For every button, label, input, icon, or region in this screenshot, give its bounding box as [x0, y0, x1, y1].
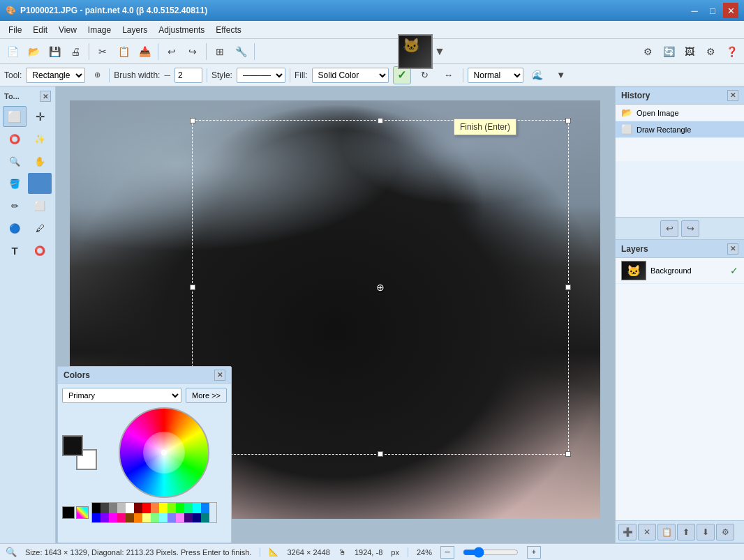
palette-cell[interactable]: [101, 513, 109, 523]
zoom-slider[interactable]: [463, 547, 519, 557]
colors-close-btn[interactable]: ✕: [214, 370, 225, 381]
color-wheel[interactable]: [119, 407, 209, 498]
save-button[interactable]: 💾: [45, 42, 64, 61]
palette-cell[interactable]: [142, 503, 151, 513]
thumbnail-expand[interactable]: ▼: [434, 45, 445, 58]
tool-settings-a[interactable]: ⚙: [638, 42, 657, 61]
blend-mode-select[interactable]: Normal: [468, 68, 523, 83]
extra-options-btn[interactable]: ▼: [551, 66, 571, 85]
minimize-button[interactable]: ─: [687, 3, 702, 18]
toolbox-close[interactable]: ✕: [40, 91, 51, 102]
tool-settings-c[interactable]: 🖼: [680, 42, 699, 61]
palette-cell[interactable]: [151, 503, 159, 513]
style-select[interactable]: ─────: [237, 68, 285, 83]
menu-image[interactable]: Image: [82, 24, 117, 36]
palette-cell[interactable]: [159, 503, 168, 513]
palette-cell[interactable]: [109, 503, 117, 513]
palette-cell[interactable]: [193, 513, 201, 523]
palette-cell[interactable]: [159, 513, 168, 523]
palette-cell[interactable]: [126, 503, 134, 513]
zoom-in-btn[interactable]: +: [527, 546, 541, 559]
palette-cell[interactable]: [168, 503, 176, 513]
palette-cell[interactable]: [184, 503, 193, 513]
maximize-button[interactable]: □: [705, 3, 720, 18]
close-button[interactable]: ✕: [723, 3, 738, 18]
palette-cell[interactable]: [142, 513, 151, 523]
menu-layers[interactable]: Layers: [117, 24, 153, 36]
history-item-draw[interactable]: ⬜ Draw Rectangle: [616, 121, 744, 138]
redo-button[interactable]: ↪: [183, 42, 202, 61]
palette-cell[interactable]: [101, 503, 109, 513]
history-item-open[interactable]: 📂 Open Image: [616, 105, 744, 121]
layer-add-btn[interactable]: ➕: [618, 524, 637, 540]
palette-cell[interactable]: [201, 513, 209, 523]
palette-cell[interactable]: [134, 503, 142, 513]
palette-cell[interactable]: [201, 503, 209, 513]
cut-button[interactable]: ✂: [93, 42, 112, 61]
layer-item-background[interactable]: 🐱 Background ✓: [616, 258, 744, 284]
palette-cell[interactable]: [126, 513, 134, 523]
tool-lasso[interactable]: ⭕: [3, 128, 27, 149]
tool-magic-wand[interactable]: ✨: [28, 128, 52, 149]
palette-cell[interactable]: [184, 513, 193, 523]
palette-cell[interactable]: [193, 503, 201, 513]
tool-zoom[interactable]: 🔍: [3, 151, 27, 172]
paste-button[interactable]: 📥: [135, 42, 154, 61]
fill-select[interactable]: Solid Color: [312, 68, 389, 83]
print-button[interactable]: 🖨: [66, 42, 85, 61]
brush-width-input[interactable]: [174, 68, 202, 83]
new-button[interactable]: 📄: [3, 42, 22, 61]
menu-view[interactable]: View: [53, 24, 82, 36]
palette-cell[interactable]: [109, 513, 117, 523]
tool-move[interactable]: ✛: [28, 106, 52, 127]
history-redo-btn[interactable]: ↪: [681, 220, 699, 237]
history-undo-btn[interactable]: ↩: [660, 220, 678, 237]
tool-paintbucket[interactable]: 🪣: [3, 173, 27, 194]
primary-select[interactable]: Primary Secondary: [62, 388, 181, 403]
palette-cell[interactable]: [176, 503, 184, 513]
help-button[interactable]: ❓: [722, 42, 741, 61]
palette-cell[interactable]: [151, 513, 159, 523]
palette-cell[interactable]: [92, 503, 101, 513]
palette-cell[interactable]: [134, 513, 142, 523]
tool-settings-b[interactable]: 🔄: [659, 42, 678, 61]
layer-up-btn[interactable]: ⬆: [677, 524, 695, 540]
blend-options-btn[interactable]: 🌊: [528, 66, 547, 85]
flip-button[interactable]: ↔: [439, 66, 459, 85]
tool-clone[interactable]: 🔵: [3, 218, 27, 239]
history-close-btn[interactable]: ✕: [727, 90, 738, 101]
special-swatch[interactable]: [76, 506, 89, 519]
menu-adjustments[interactable]: Adjustments: [153, 24, 210, 36]
palette-cell[interactable]: [117, 513, 126, 523]
undo-button[interactable]: ↩: [162, 42, 181, 61]
tool-pan[interactable]: ✋: [28, 151, 52, 172]
open-button[interactable]: 📂: [24, 42, 43, 61]
settings-button[interactable]: 🔧: [231, 42, 251, 61]
layer-visible-check[interactable]: ✓: [730, 265, 738, 276]
zoom-out-btn[interactable]: ─: [440, 546, 454, 559]
black-swatch[interactable]: [62, 506, 75, 519]
palette-cell[interactable]: [176, 513, 184, 523]
palette-cell[interactable]: [168, 513, 176, 523]
layer-duplicate-btn[interactable]: 📋: [657, 524, 676, 540]
menu-file[interactable]: File: [3, 24, 27, 36]
layer-down-btn[interactable]: ⬇: [697, 524, 715, 540]
foreground-color-swatch[interactable]: [62, 435, 83, 456]
palette-cell[interactable]: [92, 513, 101, 523]
grid-button[interactable]: ⊞: [210, 42, 230, 61]
layers-close-btn[interactable]: ✕: [727, 243, 738, 255]
menu-effects[interactable]: Effects: [210, 24, 246, 36]
palette-cell[interactable]: [117, 503, 126, 513]
tool-settings-d[interactable]: ⚙: [701, 42, 720, 61]
tool-gradient[interactable]: [28, 173, 52, 194]
tool-mode-btn[interactable]: ⊕: [89, 68, 105, 83]
layer-properties-btn[interactable]: ⚙: [716, 524, 734, 540]
tool-recolor[interactable]: 🖊: [28, 218, 52, 239]
tool-shapes[interactable]: ⭕: [28, 240, 52, 261]
tool-eraser[interactable]: ⬜: [28, 195, 52, 216]
more-colors-btn[interactable]: More >>: [186, 388, 227, 403]
tool-pencil[interactable]: ✏: [3, 195, 27, 216]
copy-button[interactable]: 📋: [114, 42, 133, 61]
tool-rectangle-select[interactable]: ⬜: [3, 106, 27, 127]
tool-text[interactable]: T: [3, 240, 27, 261]
